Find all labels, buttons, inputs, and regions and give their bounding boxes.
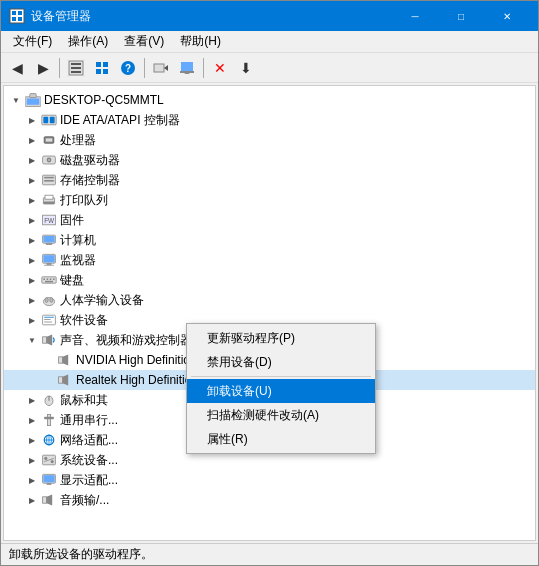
main-content: ▼ DESKTOP-QC5MMTL ▶ IDE ATA/ATAPI 控制器 ▶ <box>1 83 538 543</box>
expander-storage: ▶ <box>24 172 40 188</box>
menu-file[interactable]: 文件(F) <box>5 31 60 52</box>
toolbar-btn-2[interactable] <box>90 56 114 80</box>
toolbar: ◀ ▶ ? ✕ ⬇ <box>1 53 538 83</box>
tree-item-hid[interactable]: ▶ 人体学输入设备 <box>4 290 535 310</box>
svg-rect-33 <box>44 180 54 182</box>
svg-rect-57 <box>44 319 50 320</box>
svg-rect-25 <box>50 117 55 123</box>
label-disk: 磁盘驱动器 <box>60 152 120 169</box>
toolbar-delete-btn[interactable]: ✕ <box>208 56 232 80</box>
label-display: 显示适配... <box>60 472 118 489</box>
icon-cpu <box>40 132 58 148</box>
tree-item-storage[interactable]: ▶ 存储控制器 <box>4 170 535 190</box>
label-keyboard: 键盘 <box>60 272 84 289</box>
svg-rect-40 <box>43 236 54 242</box>
svg-rect-47 <box>43 278 45 280</box>
ctx-scan-hardware[interactable]: 扫描检测硬件改动(A) <box>187 403 375 427</box>
label-computer: 计算机 <box>60 232 96 249</box>
svg-rect-61 <box>59 357 63 363</box>
icon-nvidia-audio <box>56 352 74 368</box>
tree-item-firmware[interactable]: ▶ FW 固件 <box>4 210 535 230</box>
label-mouse: 鼠标和其 <box>60 392 108 409</box>
svg-rect-67 <box>47 414 50 425</box>
icon-ide <box>40 112 58 128</box>
label-usb: 通用串行... <box>60 412 118 429</box>
svg-marker-62 <box>63 354 69 365</box>
svg-rect-2 <box>18 11 22 15</box>
expander-network: ▶ <box>24 432 40 448</box>
tree-item-root[interactable]: ▼ DESKTOP-QC5MMTL <box>4 90 535 110</box>
svg-rect-49 <box>50 278 52 280</box>
icon-audio2 <box>40 492 58 508</box>
expander-disk: ▶ <box>24 152 40 168</box>
label-system: 系统设备... <box>60 452 118 469</box>
window-controls: ─ □ ✕ <box>392 1 530 31</box>
tree-item-keyboard[interactable]: ▶ 键盘 <box>4 270 535 290</box>
svg-rect-43 <box>43 255 54 262</box>
icon-mouse <box>40 392 58 408</box>
svg-marker-64 <box>63 374 69 385</box>
menu-view[interactable]: 查看(V) <box>116 31 172 52</box>
svg-rect-12 <box>103 69 108 74</box>
label-root: DESKTOP-QC5MMTL <box>44 93 164 107</box>
label-firmware: 固件 <box>60 212 84 229</box>
svg-marker-16 <box>164 65 168 71</box>
toolbar-btn-3[interactable] <box>149 56 173 80</box>
maximize-button[interactable]: □ <box>438 1 484 31</box>
expander-print: ▶ <box>24 192 40 208</box>
svg-rect-35 <box>45 195 53 199</box>
expander-nvidia-audio <box>40 352 56 368</box>
ctx-update-driver[interactable]: 更新驱动程序(P) <box>187 326 375 350</box>
tree-item-disk[interactable]: ▶ 磁盘驱动器 <box>4 150 535 170</box>
menu-action[interactable]: 操作(A) <box>60 31 116 52</box>
svg-rect-24 <box>43 117 48 123</box>
svg-rect-78 <box>43 475 54 482</box>
tree-item-ide[interactable]: ▶ IDE ATA/ATAPI 控制器 <box>4 110 535 130</box>
svg-rect-80 <box>43 497 47 503</box>
tree-item-computer[interactable]: ▶ 计算机 <box>4 230 535 250</box>
toolbar-btn-1[interactable] <box>64 56 88 80</box>
svg-rect-79 <box>47 483 52 485</box>
toolbar-help-btn[interactable]: ? <box>116 56 140 80</box>
expander-root: ▼ <box>8 92 24 108</box>
svg-rect-27 <box>46 138 52 141</box>
svg-rect-22 <box>30 94 36 98</box>
forward-button[interactable]: ▶ <box>31 56 55 80</box>
expander-display: ▶ <box>24 472 40 488</box>
svg-rect-41 <box>46 243 52 245</box>
svg-rect-58 <box>44 322 52 323</box>
toolbar-separator-1 <box>59 58 60 78</box>
menu-help[interactable]: 帮助(H) <box>172 31 229 52</box>
label-print: 打印队列 <box>60 192 108 209</box>
ctx-uninstall-device[interactable]: 卸载设备(U) <box>187 379 375 403</box>
ctx-disable-device[interactable]: 禁用设备(D) <box>187 350 375 374</box>
device-tree[interactable]: ▼ DESKTOP-QC5MMTL ▶ IDE ATA/ATAPI 控制器 ▶ <box>3 85 536 541</box>
toolbar-btn-4[interactable] <box>175 56 199 80</box>
icon-storage <box>40 172 58 188</box>
minimize-button[interactable]: ─ <box>392 1 438 31</box>
svg-rect-15 <box>154 64 164 72</box>
label-storage: 存储控制器 <box>60 172 120 189</box>
svg-rect-59 <box>43 337 47 343</box>
icon-monitor <box>40 252 58 268</box>
ctx-properties[interactable]: 属性(R) <box>187 427 375 451</box>
close-button[interactable]: ✕ <box>484 1 530 31</box>
tree-item-audio2[interactable]: ▶ 音频输/... <box>4 490 535 510</box>
toolbar-download-btn[interactable]: ⬇ <box>234 56 258 80</box>
tree-item-display[interactable]: ▶ 显示适配... <box>4 470 535 490</box>
tree-item-print[interactable]: ▶ 打印队列 <box>4 190 535 210</box>
svg-rect-10 <box>103 62 108 67</box>
tree-item-monitor[interactable]: ▶ 监视器 <box>4 250 535 270</box>
icon-usb <box>40 412 58 428</box>
svg-rect-17 <box>181 62 193 71</box>
expander-audio: ▼ <box>24 332 40 348</box>
svg-rect-8 <box>71 71 81 73</box>
icon-display <box>40 472 58 488</box>
tree-item-cpu[interactable]: ▶ 处理器 <box>4 130 535 150</box>
window-title: 设备管理器 <box>31 8 392 25</box>
ctx-separator <box>191 376 371 377</box>
svg-rect-48 <box>47 278 49 280</box>
expander-system: ▶ <box>24 452 40 468</box>
back-button[interactable]: ◀ <box>5 56 29 80</box>
expander-computer: ▶ <box>24 232 40 248</box>
